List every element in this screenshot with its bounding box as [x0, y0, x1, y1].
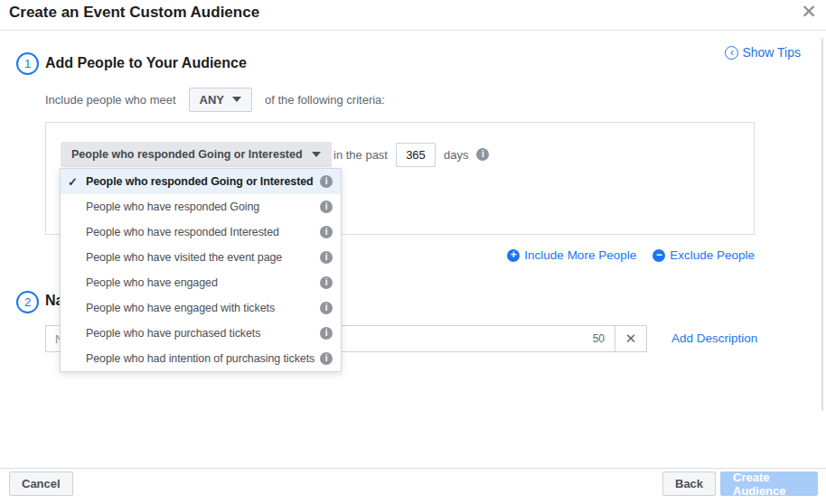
- menu-option-label: People who have engaged: [86, 276, 218, 289]
- match-criteria-row: Include people who meet ANY of the follo…: [45, 87, 385, 112]
- clear-icon: ✕: [625, 331, 637, 347]
- menu-option-label: People who have purchased tickets: [86, 327, 260, 340]
- info-icon[interactable]: i: [320, 226, 333, 238]
- chevron-left-circle-icon: ‹: [725, 46, 738, 60]
- menu-option-purchased-tickets[interactable]: People who have purchased tickets i: [61, 321, 341, 346]
- menu-option-engaged-with-tickets[interactable]: People who have engaged with tickets i: [61, 295, 341, 321]
- menu-option-label: People who have engaged with tickets: [86, 302, 275, 314]
- dialog-titlebar: Create an Event Custom Audience ✕: [0, 0, 826, 31]
- info-icon[interactable]: i: [476, 148, 489, 161]
- info-icon[interactable]: i: [320, 327, 333, 340]
- step-2-badge: 2: [16, 291, 39, 313]
- include-more-label: Include More People: [524, 248, 636, 262]
- info-icon[interactable]: i: [320, 251, 333, 264]
- scrollbar-track[interactable]: [821, 38, 823, 411]
- menu-option-label: People who had intention of purchasing t…: [86, 352, 314, 365]
- exclude-label: Exclude People: [670, 248, 755, 262]
- include-prefix-label: Include people who meet: [45, 93, 176, 107]
- create-event-custom-audience-dialog: Create an Event Custom Audience ✕ ‹ Show…: [0, 0, 826, 504]
- days-label: days: [444, 148, 468, 162]
- footer-divider: [0, 468, 826, 469]
- menu-option-label: People who have responded Interested: [86, 226, 279, 238]
- include-more-people-link[interactable]: + Include More People: [507, 248, 636, 262]
- retention-row: in the past days i: [333, 142, 489, 167]
- exclude-people-link[interactable]: − Exclude People: [652, 248, 755, 262]
- step-1-heading: Add People to Your Audience: [45, 55, 247, 71]
- menu-option-intention-purchasing[interactable]: People who had intention of purchasing t…: [61, 346, 341, 371]
- menu-option-going-or-interested[interactable]: ✓ People who responded Going or Interest…: [61, 169, 341, 194]
- close-icon[interactable]: ✕: [797, 0, 821, 23]
- include-suffix-label: of the following criteria:: [265, 93, 385, 107]
- menu-option-label: People who have visited the event page: [86, 251, 282, 264]
- check-icon: ✓: [68, 175, 86, 189]
- event-rule-dropdown[interactable]: People who responded Going or Interested: [61, 142, 332, 167]
- cancel-button[interactable]: Cancel: [9, 471, 73, 496]
- add-description-link[interactable]: Add Description: [671, 331, 757, 345]
- audience-links-row: + Include More People − Exclude People: [507, 248, 755, 262]
- menu-option-label: People who have responded Going: [86, 201, 259, 213]
- dialog-title: Create an Event Custom Audience: [9, 4, 259, 22]
- menu-option-visited-event-page[interactable]: People who have visited the event page i: [61, 245, 341, 270]
- in-the-past-label: in the past: [333, 148, 388, 162]
- match-type-value: ANY: [200, 93, 224, 107]
- show-tips-label: Show Tips: [742, 45, 801, 60]
- caret-down-icon: [232, 97, 241, 102]
- menu-option-responded-going[interactable]: People who have responded Going i: [61, 194, 341, 219]
- clear-name-button[interactable]: ✕: [615, 326, 646, 351]
- info-icon[interactable]: i: [320, 352, 333, 365]
- info-icon[interactable]: i: [320, 302, 333, 314]
- menu-option-responded-interested[interactable]: People who have responded Interested i: [61, 219, 341, 245]
- menu-option-engaged[interactable]: People who have engaged i: [61, 270, 341, 295]
- event-rule-value: People who responded Going or Interested: [71, 148, 303, 161]
- info-icon[interactable]: i: [320, 175, 333, 188]
- caret-down-icon: [312, 152, 321, 157]
- back-button[interactable]: Back: [662, 471, 716, 496]
- minus-circle-icon: −: [652, 249, 665, 262]
- show-tips-link[interactable]: ‹ Show Tips: [725, 45, 801, 60]
- step-1-badge: 1: [16, 52, 39, 75]
- plus-circle-icon: +: [507, 249, 520, 262]
- days-input[interactable]: [396, 143, 436, 167]
- create-audience-button[interactable]: Create Audience: [720, 471, 818, 496]
- info-icon[interactable]: i: [320, 201, 333, 213]
- event-rule-menu: ✓ People who responded Going or Interest…: [60, 168, 342, 372]
- info-icon[interactable]: i: [320, 276, 333, 289]
- match-type-dropdown[interactable]: ANY: [189, 88, 252, 112]
- menu-option-label: People who responded Going or Interested: [86, 175, 314, 188]
- char-count: 50: [593, 332, 615, 345]
